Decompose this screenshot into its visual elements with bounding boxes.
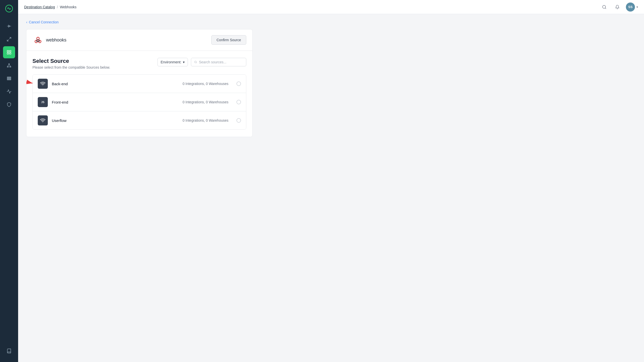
webhooks-brand-name: webhooks [46, 37, 66, 43]
search-sources-box [191, 58, 246, 66]
sidebar-item-dashboard[interactable] [3, 46, 15, 58]
select-source-header: Select Source Please select from the com… [32, 58, 246, 69]
source-item-frontend[interactable]: JS Front-end 0 Integrations, 0 Warehouse… [33, 93, 246, 111]
svg-rect-12 [7, 77, 11, 78]
backend-meta: 0 Integrations, 0 Warehouses [183, 82, 228, 86]
breadcrumb-destination-catalog[interactable]: Destination Catalog [24, 5, 55, 9]
page-content: ‹ Cancel Connection [18, 14, 644, 362]
sidebar-item-privacy[interactable] [3, 99, 15, 111]
svg-rect-2 [7, 51, 9, 52]
backend-name: Back-end [52, 82, 179, 86]
svg-line-27 [196, 63, 197, 63]
source-item-userflow[interactable]: Userflow 0 Integrations, 0 Warehouses [33, 111, 246, 129]
svg-rect-3 [10, 51, 11, 52]
search-sources-input[interactable] [199, 60, 243, 64]
breadcrumb: Destination Catalog / Webhooks [24, 5, 76, 9]
sidebar-item-connections-in[interactable] [3, 20, 15, 32]
main-area: Destination Catalog / Webhooks SS ▾ [18, 0, 644, 362]
sidebar-item-connections-out[interactable] [3, 33, 15, 45]
header-actions: SS ▾ [600, 3, 638, 12]
sidebar [0, 0, 18, 362]
backend-icon [38, 79, 48, 89]
search-icon [194, 60, 197, 64]
source-list: Back-end 0 Integrations, 0 Warehouses JS… [32, 74, 246, 130]
frontend-icon: JS [38, 97, 48, 107]
avatar: SS [626, 3, 635, 12]
card-header: webhooks Confirm Source [26, 29, 252, 51]
wifi-icon [40, 81, 46, 86]
select-source-subtitle: Please select from the compatible Source… [32, 65, 110, 69]
svg-rect-13 [7, 78, 11, 79]
userflow-icon [38, 115, 48, 125]
app-logo[interactable] [4, 3, 15, 14]
sidebar-item-catalog[interactable] [3, 72, 15, 84]
userflow-wifi-icon [40, 118, 46, 123]
card-body: Select Source Please select from the com… [26, 51, 252, 137]
source-list-wrapper: Back-end 0 Integrations, 0 Warehouses JS… [32, 74, 246, 130]
search-button[interactable] [600, 3, 609, 12]
dropdown-chevron-icon: ▾ [183, 60, 185, 64]
environment-label: Environment: [161, 60, 181, 64]
source-item-backend[interactable]: Back-end 0 Integrations, 0 Warehouses [33, 75, 246, 93]
environment-dropdown[interactable]: Environment: ▾ [157, 58, 188, 66]
back-chevron-icon: ‹ [26, 20, 27, 24]
header: Destination Catalog / Webhooks SS ▾ [18, 0, 644, 14]
sidebar-nav [3, 20, 15, 345]
svg-rect-5 [10, 53, 11, 54]
svg-rect-14 [7, 79, 11, 80]
webhooks-logo-icon [32, 34, 44, 46]
svg-line-9 [8, 64, 9, 66]
sidebar-bottom [3, 345, 15, 359]
confirm-source-button[interactable]: Confirm Source [211, 35, 246, 45]
cancel-connection-label: Cancel Connection [29, 20, 59, 24]
main-card: webhooks Confirm Source Select Source Pl… [26, 29, 253, 137]
svg-line-16 [605, 8, 606, 9]
notifications-button[interactable] [613, 3, 622, 12]
userflow-meta: 0 Integrations, 0 Warehouses [183, 118, 228, 122]
svg-rect-4 [7, 53, 9, 54]
cancel-connection-link[interactable]: ‹ Cancel Connection [26, 20, 59, 24]
frontend-name: Front-end [52, 100, 179, 104]
breadcrumb-separator: / [57, 5, 58, 9]
userflow-name: Userflow [52, 118, 179, 123]
webhooks-brand: webhooks [32, 34, 66, 46]
sidebar-item-integrations[interactable] [3, 59, 15, 71]
frontend-meta: 0 Integrations, 0 Warehouses [183, 100, 228, 104]
select-source-title: Select Source [32, 58, 110, 64]
js-label: JS [41, 101, 44, 104]
svg-line-10 [9, 64, 11, 66]
sidebar-item-docs[interactable] [3, 345, 15, 357]
svg-point-22 [37, 37, 39, 40]
select-source-title-block: Select Source Please select from the com… [32, 58, 110, 69]
select-source-controls: Environment: ▾ [157, 58, 246, 66]
userflow-radio[interactable] [236, 118, 241, 123]
sidebar-item-analytics[interactable] [3, 85, 15, 98]
frontend-radio[interactable] [236, 100, 241, 104]
avatar-chevron-icon: ▾ [636, 5, 638, 9]
backend-radio[interactable] [236, 81, 241, 86]
avatar-wrapper[interactable]: SS ▾ [626, 3, 638, 12]
breadcrumb-current: Webhooks [60, 5, 76, 9]
